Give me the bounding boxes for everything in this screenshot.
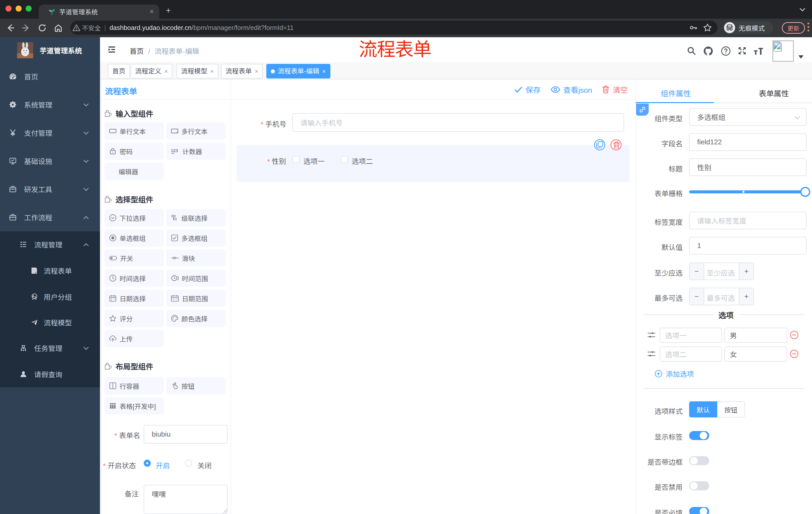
svg-text:123: 123 [171, 148, 178, 153]
